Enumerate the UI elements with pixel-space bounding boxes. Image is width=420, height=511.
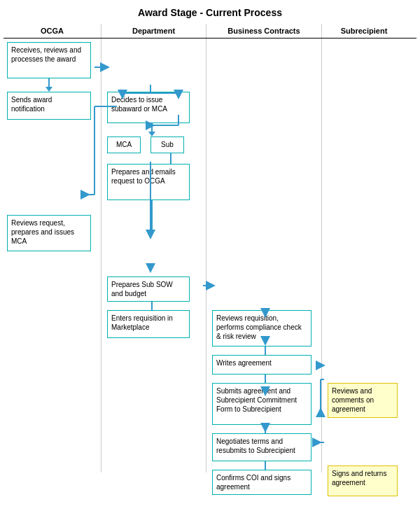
dept-box4: Enters requisition in Marketplace (107, 310, 190, 338)
bc-box5: Confirms COI and signs agreement (212, 470, 312, 495)
dept-mca: MCA (107, 136, 141, 153)
lane-sub: Reviews and comments on agreement Signs … (322, 38, 406, 472)
ocga-box1: Receives, reviews and processes the awar… (7, 42, 91, 78)
ocga-box2: Sends award notification (7, 92, 91, 120)
lane-dept: Decides to issue subaward or MCA MCA Sub (102, 38, 206, 472)
dept-box1: Decides to issue subaward or MCA (107, 92, 190, 123)
ocga-box3: Reviews request, prepares and issues MCA (7, 215, 91, 251)
sub-box2: Signs and returns agreement (328, 465, 398, 496)
header-ocga: OCGA (4, 24, 102, 38)
bc-box4: Negotiates terms and resubmits to Subrec… (212, 433, 312, 461)
lane-bc: Reviews requisition, performs compliance… (206, 38, 322, 472)
content-area: Receives, reviews and processes the awar… (4, 38, 416, 472)
dept-sub: Sub (150, 136, 184, 153)
header-sub: Subrecipient (322, 24, 406, 38)
arrow-dept-1 (148, 123, 155, 136)
swim-lanes: OCGA Department Business Contracts Subre… (4, 24, 416, 472)
bc-box1: Reviews requisition, performs compliance… (212, 310, 312, 346)
bc-box3: Submits agreement and Subrecipient Commi… (212, 383, 312, 425)
bc-box2: Writes agreement (212, 355, 312, 374)
header-dept: Department (102, 24, 206, 38)
header-row: OCGA Department Business Contracts Subre… (4, 24, 416, 38)
page-title: Award Stage - Current Process (4, 7, 416, 18)
lane-ocga: Receives, reviews and processes the awar… (4, 38, 102, 472)
page: Award Stage - Current Process OCGA Depar… (0, 0, 420, 511)
dept-box2: Prepares and emails request to OCGA (107, 164, 190, 200)
header-bc: Business Contracts (206, 24, 322, 38)
sub-box1: Reviews and comments on agreement (328, 383, 398, 418)
arrow-ocga-1 (46, 78, 52, 92)
dept-box3: Prepares Sub SOW and budget (107, 276, 190, 302)
arrow-dept-2 (148, 200, 155, 234)
